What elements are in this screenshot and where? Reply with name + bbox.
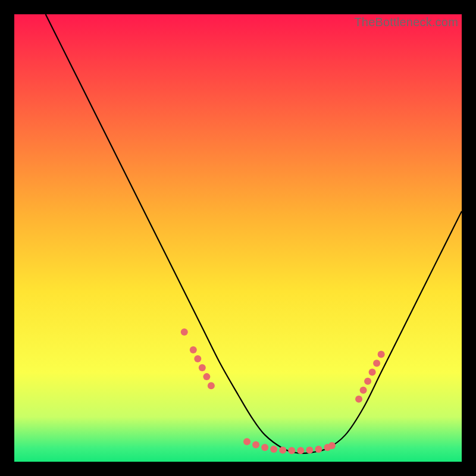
curve-marker bbox=[364, 378, 371, 385]
curve-marker bbox=[315, 446, 322, 453]
curve-marker bbox=[279, 446, 286, 453]
curve-marker bbox=[288, 447, 295, 454]
curve-marker bbox=[252, 441, 259, 448]
curve-marker bbox=[297, 447, 304, 454]
bottleneck-curve-chart bbox=[14, 14, 462, 462]
curve-marker bbox=[270, 446, 277, 453]
curve-marker bbox=[360, 387, 367, 394]
curve-marker bbox=[181, 328, 188, 336]
curve-marker bbox=[243, 438, 250, 445]
watermark-text: TheBottleneck.com bbox=[354, 15, 458, 29]
curve-marker bbox=[373, 360, 380, 367]
chart-frame: TheBottleneck.com bbox=[14, 14, 462, 462]
curve-marker bbox=[203, 373, 210, 380]
curve-marker bbox=[199, 364, 206, 371]
curve-marker bbox=[306, 446, 313, 453]
curve-marker bbox=[190, 346, 197, 353]
curve-marker bbox=[194, 355, 201, 362]
curve-marker bbox=[261, 444, 268, 451]
curve-marker bbox=[328, 442, 336, 449]
curve-marker bbox=[369, 369, 376, 376]
curve-marker bbox=[355, 396, 362, 403]
curve-marker bbox=[208, 382, 215, 389]
curve-marker bbox=[378, 351, 385, 358]
